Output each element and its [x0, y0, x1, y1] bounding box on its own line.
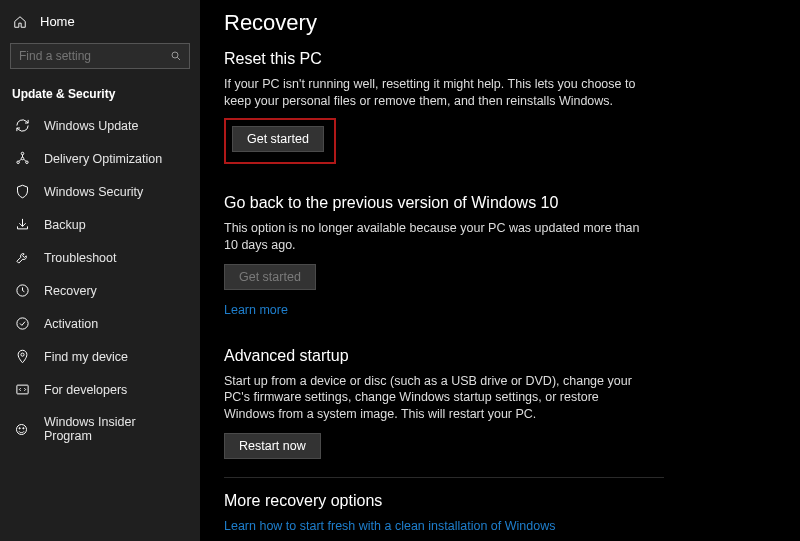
svg-line-7: [19, 159, 21, 161]
sidebar-item-label: For developers: [44, 383, 127, 397]
sidebar-item-backup[interactable]: Backup: [0, 208, 200, 241]
sidebar-item-label: Recovery: [44, 284, 97, 298]
goback-learn-more-link[interactable]: Learn more: [224, 303, 288, 317]
svg-point-5: [21, 152, 24, 155]
sidebar-item-label: Delivery Optimization: [44, 152, 162, 166]
svg-point-14: [19, 427, 20, 428]
sidebar-item-for-developers[interactable]: For developers: [0, 373, 200, 406]
sidebar-item-label: Troubleshoot: [44, 251, 117, 265]
svg-point-0: [172, 52, 178, 58]
sidebar-item-troubleshoot[interactable]: Troubleshoot: [0, 241, 200, 274]
refresh-icon: [14, 118, 30, 133]
developers-icon: [14, 382, 30, 397]
sidebar-item-activation[interactable]: Activation: [0, 307, 200, 340]
svg-line-8: [23, 159, 25, 161]
sidebar-item-label: Backup: [44, 218, 86, 232]
sidebar-item-insider-program[interactable]: Windows Insider Program: [0, 406, 200, 452]
sidebar-item-windows-security[interactable]: Windows Security: [0, 175, 200, 208]
sidebar-item-find-my-device[interactable]: Find my device: [0, 340, 200, 373]
backup-icon: [14, 217, 30, 232]
sidebar-item-label: Windows Update: [44, 119, 139, 133]
reset-text: If your PC isn't running well, resetting…: [224, 76, 644, 110]
search-box[interactable]: [10, 43, 190, 69]
reset-get-started-button[interactable]: Get started: [232, 126, 324, 152]
sidebar-item-label: Find my device: [44, 350, 128, 364]
home-icon: [12, 15, 28, 29]
svg-point-2: [21, 157, 24, 160]
location-icon: [14, 349, 30, 364]
svg-point-15: [23, 427, 24, 428]
svg-point-3: [16, 161, 19, 164]
advanced-title: Advanced startup: [224, 347, 776, 365]
svg-point-10: [16, 318, 27, 329]
goback-text: This option is no longer available becau…: [224, 220, 644, 254]
sidebar-item-delivery-optimization[interactable]: Delivery Optimization: [0, 142, 200, 175]
sidebar-item-label: Windows Insider Program: [44, 415, 186, 443]
recovery-icon: [14, 283, 30, 298]
divider: [224, 477, 664, 478]
sidebar-item-windows-update[interactable]: Windows Update: [0, 109, 200, 142]
search-icon: [170, 50, 182, 62]
sidebar-item-label: Activation: [44, 317, 98, 331]
svg-point-4: [25, 161, 28, 164]
delivery-icon: [14, 151, 30, 166]
sidebar-item-recovery[interactable]: Recovery: [0, 274, 200, 307]
svg-point-11: [20, 353, 23, 356]
advanced-text: Start up from a device or disc (such as …: [224, 373, 644, 424]
sidebar-item-label: Windows Security: [44, 185, 143, 199]
home-label: Home: [40, 14, 75, 29]
sidebar: Home Update & Security Windows Update De…: [0, 0, 200, 541]
reset-highlight-box: Get started: [224, 118, 336, 164]
content-area: Recovery Reset this PC If your PC isn't …: [200, 0, 800, 541]
shield-icon: [14, 184, 30, 199]
reset-title: Reset this PC: [224, 50, 776, 68]
svg-line-1: [177, 57, 180, 60]
svg-rect-12: [16, 385, 27, 394]
more-options-title: More recovery options: [224, 492, 776, 510]
insider-icon: [14, 422, 30, 437]
goback-get-started-button: Get started: [224, 264, 316, 290]
wrench-icon: [14, 250, 30, 265]
search-input[interactable]: [10, 43, 190, 69]
activation-icon: [14, 316, 30, 331]
fresh-install-link[interactable]: Learn how to start fresh with a clean in…: [224, 519, 555, 533]
home-button[interactable]: Home: [0, 8, 200, 35]
restart-now-button[interactable]: Restart now: [224, 433, 321, 459]
page-title: Recovery: [224, 10, 776, 36]
category-header: Update & Security: [0, 77, 200, 109]
goback-title: Go back to the previous version of Windo…: [224, 194, 776, 212]
